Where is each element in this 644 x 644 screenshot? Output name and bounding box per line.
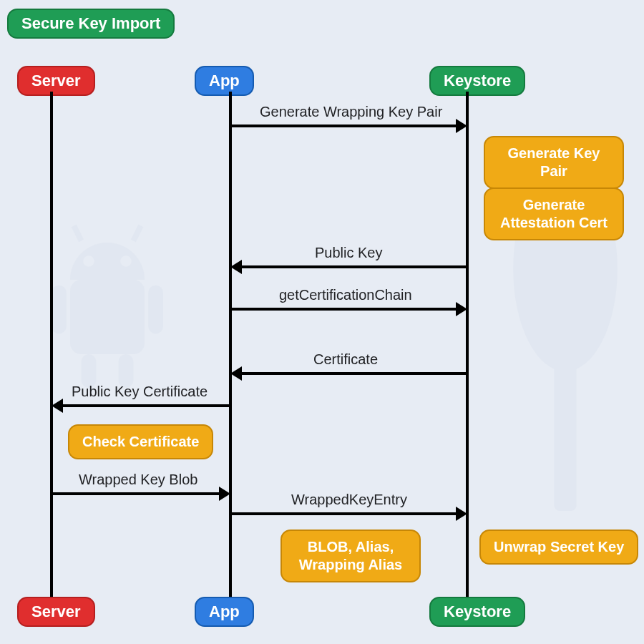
arrowhead-m4 [230, 366, 242, 381]
msg-get-cert-chain: getCertificationChain [279, 287, 412, 303]
lifeline-keystore [466, 92, 469, 597]
svg-line-7 [74, 226, 81, 241]
actor-app-top: App [195, 66, 254, 96]
arrowhead-m7 [456, 507, 467, 521]
svg-rect-0 [70, 280, 145, 354]
note-check-certificate: Check Certificate [68, 424, 213, 459]
arrow-m6 [53, 492, 219, 495]
actor-server-top: Server [17, 66, 95, 96]
arrowhead-m6 [219, 487, 230, 501]
arrowhead-m2 [230, 260, 242, 274]
note-unwrap-secret-key: Unwrap Secret Key [479, 530, 638, 565]
svg-rect-4 [148, 286, 163, 334]
actor-keystore-bottom: Keystore [429, 597, 525, 627]
svg-line-8 [133, 226, 140, 241]
note-blob-alias: BLOB, Alias, Wrapping Alias [280, 530, 421, 582]
svg-rect-6 [119, 354, 134, 388]
note-generate-key-pair: Generate Key Pair [484, 136, 624, 189]
arrowhead-m5 [52, 399, 63, 413]
actor-server-bottom: Server [17, 597, 95, 627]
msg-public-key: Public Key [315, 245, 383, 261]
msg-certificate: Certificate [313, 351, 378, 368]
arrow-m5 [63, 404, 230, 407]
arrow-m7 [232, 512, 456, 515]
arrow-m1 [232, 125, 456, 127]
actor-app-bottom: App [195, 597, 254, 627]
msg-wrapped-key-entry: WrappedKeyEntry [291, 492, 407, 508]
arrowhead-m3 [456, 302, 467, 316]
svg-rect-5 [82, 354, 97, 388]
lifeline-app [229, 92, 232, 597]
svg-point-2 [120, 255, 132, 267]
actor-keystore-top: Keystore [429, 66, 525, 96]
svg-rect-10 [554, 362, 576, 511]
msg-wrapped-key-blob: Wrapped Key Blob [79, 472, 197, 488]
msg-public-key-cert: Public Key Certificate [72, 384, 208, 400]
arrow-m4 [242, 372, 467, 375]
lifeline-server [50, 92, 53, 597]
svg-rect-3 [52, 286, 67, 334]
arrow-m3 [232, 308, 456, 311]
android-silhouette [14, 215, 200, 401]
note-generate-attestation: Generate Attestation Cert [484, 187, 624, 240]
diagram-title: Secure Key Import [7, 9, 175, 39]
arrowhead-m1 [456, 119, 467, 133]
arrow-m2 [242, 265, 467, 268]
msg-generate-wrapping-key: Generate Wrapping Key Pair [260, 104, 442, 120]
svg-point-1 [83, 255, 94, 267]
